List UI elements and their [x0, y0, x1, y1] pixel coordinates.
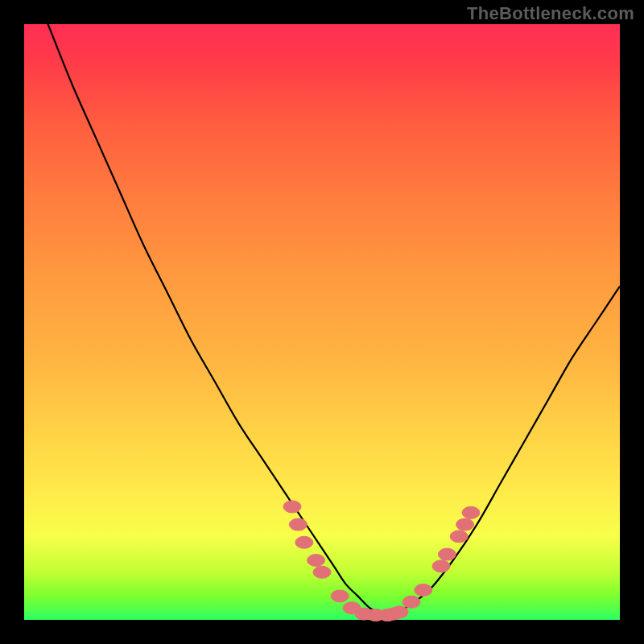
watermark-text: TheBottleneck.com — [467, 3, 634, 24]
curve-marker — [402, 596, 420, 608]
curve-markers — [283, 501, 480, 621]
curve-marker — [295, 536, 313, 548]
curve-marker — [390, 606, 408, 618]
bottleneck-curve — [24, 0, 620, 615]
chart-svg — [24, 24, 620, 620]
curve-marker — [283, 501, 301, 513]
curve-marker — [308, 555, 325, 567]
curve-marker — [462, 506, 480, 518]
curve-marker — [331, 590, 349, 602]
plot-area — [24, 24, 620, 620]
curve-marker — [289, 518, 307, 530]
curve-marker — [313, 566, 331, 578]
curve-marker — [432, 560, 450, 572]
curve-marker — [415, 584, 432, 597]
chart-frame: TheBottleneck.com — [0, 0, 644, 644]
curve-marker — [450, 530, 468, 543]
curve-marker — [438, 548, 456, 560]
curve-marker — [456, 518, 474, 530]
